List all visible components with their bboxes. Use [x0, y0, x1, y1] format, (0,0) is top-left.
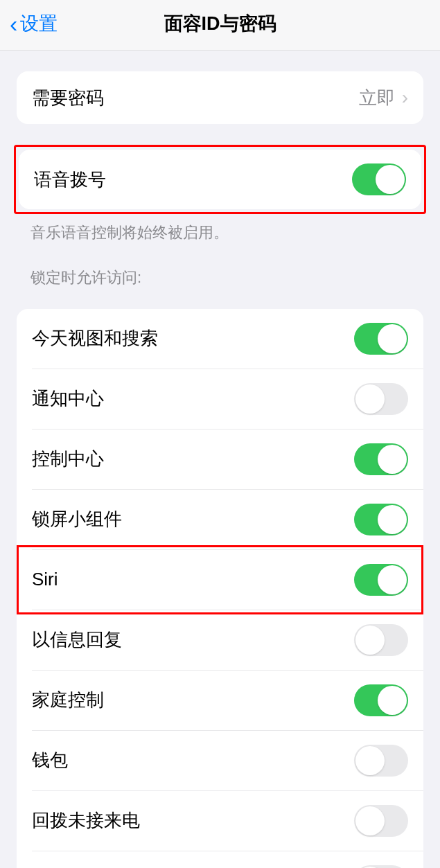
voice-dial-row: 语音拨号 [19, 150, 421, 209]
require-passcode-label: 需要密码 [32, 86, 104, 110]
lock-access-row: 回拨未接来电 [32, 790, 423, 851]
voice-dial-toggle[interactable] [352, 163, 406, 195]
lock-access-row: USB配件 [32, 851, 423, 868]
lock-access-label: 控制中心 [32, 447, 104, 471]
lock-access-toggle[interactable] [354, 323, 408, 355]
toggle-knob [378, 324, 407, 353]
lock-access-label: 通知中心 [32, 387, 104, 411]
toggle-knob [378, 686, 407, 715]
require-passcode-group: 需要密码 立即 › [17, 71, 423, 124]
toggle-knob [378, 445, 407, 474]
back-button[interactable]: ‹ 设置 [10, 11, 58, 36]
lock-access-label: 今天视图和搜索 [32, 326, 158, 351]
lock-access-toggle[interactable] [354, 745, 408, 777]
require-passcode-row[interactable]: 需要密码 立即 › [17, 71, 423, 124]
lock-access-header: 锁定时允许访问: [30, 267, 440, 288]
header-bar: ‹ 设置 面容ID与密码 [0, 0, 440, 51]
lock-access-row: 锁屏小组件 [32, 489, 423, 549]
lock-access-toggle[interactable] [354, 504, 408, 535]
voice-dial-label: 语音拨号 [34, 168, 106, 192]
lock-access-label: 以信息回复 [32, 628, 122, 652]
toggle-knob [378, 565, 407, 594]
lock-access-toggle[interactable] [354, 805, 408, 837]
lock-access-toggle[interactable] [354, 443, 408, 475]
page-title: 面容ID与密码 [0, 11, 440, 36]
lock-access-row: 控制中心 [32, 429, 423, 489]
toggle-knob [355, 626, 385, 655]
chevron-right-icon: › [402, 87, 408, 109]
lock-access-toggle[interactable] [354, 564, 408, 596]
lock-access-toggle[interactable] [354, 624, 408, 656]
voice-dial-group: 语音拨号 [19, 150, 421, 209]
lock-access-row: 今天视图和搜索 [17, 309, 423, 369]
toggle-knob [376, 165, 405, 194]
voice-dial-highlight: 语音拨号 [14, 145, 426, 214]
lock-access-group: 今天视图和搜索通知中心控制中心锁屏小组件Siri以信息回复家庭控制钱包回拨未接来… [17, 309, 423, 868]
toggle-knob [355, 746, 385, 775]
back-label: 设置 [20, 11, 58, 36]
lock-access-toggle[interactable] [354, 865, 408, 868]
voice-dial-footer: 音乐语音控制将始终被启用。 [30, 222, 410, 244]
lock-access-row: 钱包 [32, 730, 423, 790]
chevron-left-icon: ‹ [10, 12, 17, 35]
toggle-knob [378, 505, 407, 534]
lock-access-row: 以信息回复 [32, 610, 423, 670]
lock-access-label: 回拨未接来电 [32, 808, 140, 833]
lock-access-row: 家庭控制 [32, 670, 423, 730]
lock-access-label: Siri [32, 569, 58, 590]
require-passcode-value: 立即 › [359, 86, 408, 110]
lock-access-toggle[interactable] [354, 383, 408, 415]
lock-access-row: 通知中心 [32, 369, 423, 429]
toggle-knob [355, 806, 385, 835]
lock-access-row: Siri [32, 549, 423, 610]
toggle-knob [355, 384, 385, 414]
lock-access-toggle[interactable] [354, 684, 408, 716]
lock-access-label: 家庭控制 [32, 688, 104, 712]
lock-access-label: 钱包 [32, 748, 68, 772]
lock-access-label: 锁屏小组件 [32, 507, 122, 531]
